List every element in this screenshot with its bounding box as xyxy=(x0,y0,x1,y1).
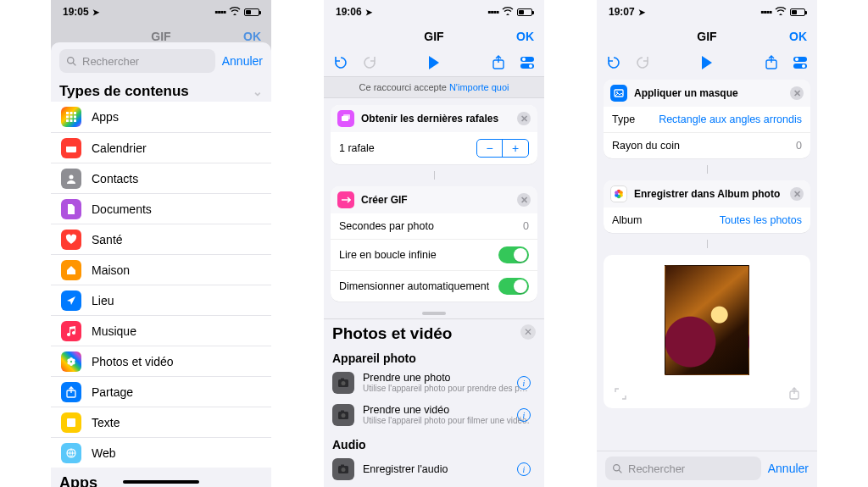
action-param-row[interactable]: Secondes par photo0 xyxy=(331,213,537,239)
svg-point-53 xyxy=(614,464,620,470)
undo-icon[interactable] xyxy=(332,54,349,71)
action-param-row[interactable]: Dimensionner automatiquement xyxy=(331,270,537,302)
action-title: Obtenir les dernières rafales xyxy=(361,113,498,125)
camera-icon xyxy=(332,404,354,426)
svg-rect-6 xyxy=(70,116,73,119)
delete-action-icon[interactable]: ✕ xyxy=(517,193,531,207)
flow-connector xyxy=(324,171,544,180)
accepts-banner[interactable]: Ce raccourci accepte N'importe quoi xyxy=(324,76,544,98)
undo-icon[interactable] xyxy=(605,54,622,71)
redo-icon xyxy=(361,54,378,71)
info-icon[interactable]: i xyxy=(517,462,531,476)
content-type-row[interactable]: Contacts xyxy=(51,163,271,193)
action-name: Prendre une photo xyxy=(363,372,528,384)
grid-icon xyxy=(61,107,81,127)
doc-icon xyxy=(61,199,81,219)
text-icon xyxy=(61,412,81,433)
action-param-row[interactable]: Rayon du coin 0 xyxy=(604,132,810,158)
svg-point-25 xyxy=(522,58,526,61)
bottom-search-bar: Rechercher Annuler xyxy=(597,451,817,487)
content-type-row[interactable]: Photos et vidéo xyxy=(51,346,271,376)
content-type-row[interactable]: Maison xyxy=(51,254,271,285)
param-value[interactable]: Toutes les photos xyxy=(720,214,802,226)
page-title: GIF xyxy=(424,30,443,43)
settings-toggles-icon[interactable] xyxy=(792,54,809,71)
person-icon xyxy=(61,169,81,189)
status-bar: 19:06 ➤ ▪▪▪▪ xyxy=(324,0,544,24)
param-label: Lire en boucle infinie xyxy=(339,249,437,261)
content-type-row[interactable]: Texte xyxy=(51,407,271,437)
quantity-stepper[interactable]: − + xyxy=(476,139,529,158)
content-type-row[interactable]: Documents xyxy=(51,193,271,224)
toggle-switch[interactable] xyxy=(498,278,529,295)
cal-icon xyxy=(61,138,81,158)
heart-icon xyxy=(61,230,81,250)
drawer-action-row[interactable]: Enregistrer l'audio i xyxy=(332,453,536,485)
clock: 19:07 xyxy=(609,6,635,18)
share-result-icon[interactable] xyxy=(788,387,800,403)
wifi-icon xyxy=(775,6,787,18)
delete-action-icon[interactable]: ✕ xyxy=(517,112,531,125)
svg-point-34 xyxy=(342,413,346,418)
content-type-row[interactable]: Web xyxy=(51,437,271,468)
music-icon xyxy=(61,321,81,341)
status-bar: 19:07 ➤ ▪▪▪▪ xyxy=(597,0,817,24)
content-type-row[interactable]: Musique xyxy=(51,315,271,346)
action-card-create-gif: Créer GIF ✕ Secondes par photo0Lire en b… xyxy=(331,186,537,302)
cancel-button[interactable]: Annuler xyxy=(222,54,263,68)
share-icon[interactable] xyxy=(490,54,507,71)
svg-line-1 xyxy=(73,63,75,65)
param-value[interactable]: Rectangle aux angles arrondis xyxy=(659,113,802,125)
drawer-title: Photos et vidéo xyxy=(332,323,536,345)
signal-icon: ▪▪▪▪ xyxy=(760,6,771,18)
stepper-plus[interactable]: + xyxy=(503,140,528,157)
delete-action-icon[interactable]: ✕ xyxy=(790,187,804,201)
svg-rect-3 xyxy=(70,112,73,114)
content-type-row[interactable]: Lieu xyxy=(51,285,271,315)
action-param-row[interactable]: Type Rectangle aux angles arrondis xyxy=(604,107,810,132)
chevron-down-icon: ⌄ xyxy=(253,85,263,98)
play-button[interactable] xyxy=(429,56,439,69)
content-type-row[interactable]: Santé xyxy=(51,224,271,254)
svg-point-31 xyxy=(342,381,346,385)
section-header-content-types[interactable]: Types de contenus ⌄ xyxy=(51,80,271,102)
share-icon xyxy=(61,382,81,402)
svg-point-13 xyxy=(70,174,74,179)
toggle-switch[interactable] xyxy=(498,246,529,263)
svg-rect-5 xyxy=(66,116,69,119)
content-type-row[interactable]: Calendrier xyxy=(51,132,271,163)
ok-button[interactable]: OK xyxy=(789,30,807,43)
row-label: Texte xyxy=(92,416,120,429)
drawer-action-row[interactable]: Prendre une vidéoUtilise l'appareil phot… xyxy=(332,399,536,431)
signal-icon: ▪▪▪▪ xyxy=(487,6,498,18)
battery-icon xyxy=(517,8,532,16)
content-type-row[interactable]: Partage xyxy=(51,376,271,407)
action-param-row[interactable]: Lire en boucle infinie xyxy=(331,239,537,270)
nav-header: GIF OK xyxy=(324,24,544,49)
delete-action-icon[interactable]: ✕ xyxy=(790,86,804,100)
close-drawer-icon[interactable]: ✕ xyxy=(520,324,536,340)
content-type-row[interactable]: Apps xyxy=(51,102,271,132)
drawer-action-row[interactable]: Prendre une photoUtilise l'appareil phot… xyxy=(332,367,536,399)
cancel-button[interactable]: Annuler xyxy=(768,462,809,475)
play-button[interactable] xyxy=(702,56,712,69)
drawer-handle[interactable] xyxy=(324,308,544,318)
stepper-minus[interactable]: − xyxy=(477,140,503,157)
expand-icon[interactable] xyxy=(614,387,627,403)
search-icon xyxy=(612,463,623,474)
action-card-get-bursts: Obtenir les dernières rafales ✕ 1 rafale… xyxy=(331,105,537,164)
flow-connector xyxy=(597,165,817,174)
row-label: Lieu xyxy=(92,294,114,307)
settings-toggles-icon[interactable] xyxy=(519,54,536,71)
search-input[interactable]: Rechercher xyxy=(605,457,761,480)
search-input[interactable]: Rechercher xyxy=(59,49,215,73)
ok-button[interactable]: OK xyxy=(516,30,534,43)
info-icon[interactable]: i xyxy=(517,376,531,390)
row-label: Santé xyxy=(92,233,123,246)
share-icon[interactable] xyxy=(763,54,780,71)
gif-preview-image[interactable] xyxy=(665,265,749,375)
info-icon[interactable]: i xyxy=(517,408,531,422)
action-param-row[interactable]: Album Toutes les photos xyxy=(604,208,810,233)
param-label: Rayon du coin xyxy=(612,140,680,152)
home-indicator[interactable] xyxy=(123,480,199,484)
